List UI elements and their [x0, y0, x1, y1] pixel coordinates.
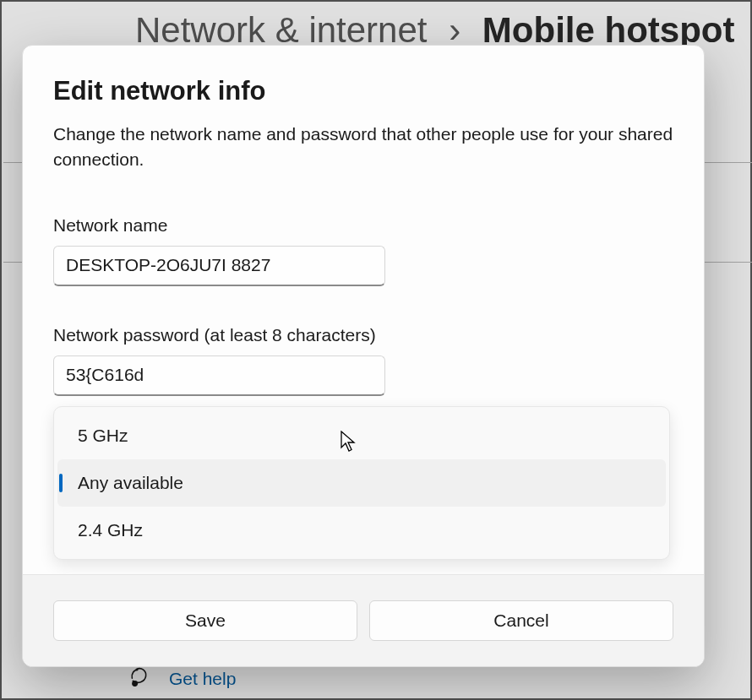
dialog-description: Change the network name and password tha…: [53, 122, 673, 173]
dropdown-option-24ghz[interactable]: 2.4 GHz: [57, 507, 666, 554]
network-password-label: Network password (at least 8 characters): [53, 325, 673, 345]
save-button[interactable]: Save: [53, 600, 357, 641]
network-band-dropdown[interactable]: 5 GHz Any available 2.4 GHz: [53, 406, 670, 560]
network-name-group: Network name: [53, 215, 673, 286]
dialog-title: Edit network info: [53, 76, 673, 106]
dropdown-option-5ghz[interactable]: 5 GHz: [57, 412, 666, 459]
network-password-group: Network password (at least 8 characters): [53, 325, 673, 396]
edit-network-info-dialog: Edit network info Change the network nam…: [22, 45, 705, 667]
network-name-label: Network name: [53, 215, 673, 236]
network-password-input[interactable]: [53, 355, 385, 396]
dialog-footer: Save Cancel: [23, 574, 704, 666]
cancel-button[interactable]: Cancel: [369, 600, 673, 641]
dropdown-option-any-available[interactable]: Any available: [57, 459, 666, 507]
network-name-input[interactable]: [53, 246, 385, 286]
